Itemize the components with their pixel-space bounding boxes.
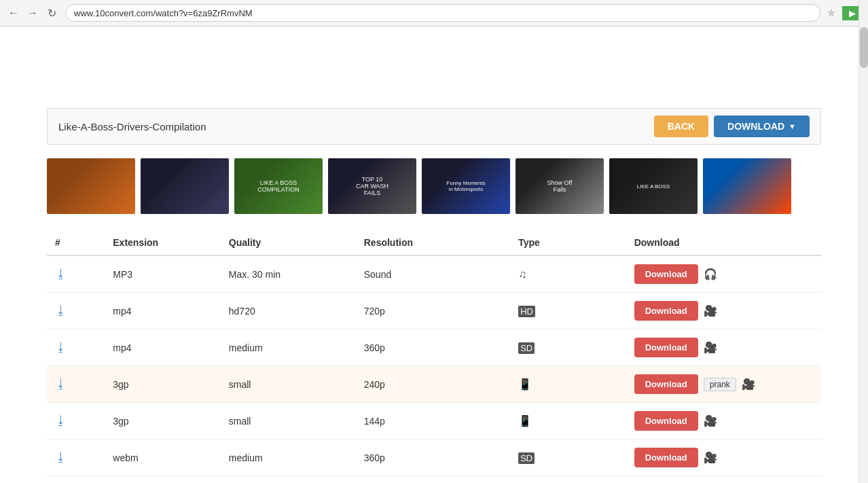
col-resolution: Resolution (356, 230, 510, 255)
type-cell: HD (510, 293, 626, 329)
thumbnail-3-inner: LIKE A BOSSCOMPILATION (234, 158, 323, 214)
type-cell: ♫ (510, 255, 626, 293)
quality-value: small (229, 416, 251, 427)
quality-cell: hd720 (221, 293, 356, 329)
address-bar[interactable] (65, 4, 820, 22)
thumbnail-2[interactable] (141, 158, 229, 214)
col-type: Type (510, 230, 626, 255)
quality-cell: medium (221, 329, 356, 366)
video-camera-icon: 🎥 (704, 304, 717, 317)
mobile-icon: 📱 (518, 415, 532, 427)
download-arrow-icon: ⭳ (55, 414, 67, 427)
download-arrow-icon: ⭳ (55, 377, 67, 391)
row-icon-cell: ⭳ (47, 440, 105, 476)
download-button[interactable]: Download (634, 411, 698, 431)
download-cell: Download 🎧 (626, 255, 821, 293)
scrollbar-track[interactable] (858, 0, 868, 483)
quality-value: small (229, 379, 251, 390)
resolution-value: 144p (364, 416, 385, 427)
dl-cell: Download 🎥 (634, 338, 813, 357)
download-button[interactable]: Download (634, 374, 698, 394)
download-arrow-icon: ⭳ (55, 267, 67, 281)
col-hash: # (47, 230, 105, 255)
quality-cell: medium (221, 440, 356, 476)
thumbnail-7-inner: LIKE A BOSS (609, 158, 698, 214)
resolution-value: 360p (364, 342, 385, 353)
resolution-value: Sound (364, 269, 391, 280)
table-row: ⭳ webm medium 360p SD (47, 440, 821, 476)
resolution-cell: 360p (356, 329, 510, 366)
download-cell: Download 🎥 (626, 293, 821, 329)
reload-button[interactable]: ↻ (43, 5, 60, 21)
row-icon-cell: ⭳ (47, 329, 105, 366)
extension-value: webm (113, 452, 138, 463)
main-container: Like-A-Boss-Drivers-Compilation BACK DOW… (33, 108, 835, 483)
download-button[interactable]: Download (634, 338, 698, 357)
top-bar: Like-A-Boss-Drivers-Compilation BACK DOW… (47, 108, 821, 145)
video-camera-icon: 🎥 (704, 414, 717, 427)
thumbnail-7[interactable]: LIKE A BOSS (609, 158, 698, 214)
video-camera-icon: 🎥 (742, 378, 755, 391)
quality-value: medium (229, 342, 263, 353)
header-row: # Extension Quality Resolution Type Down… (47, 230, 821, 255)
thumbnail-5[interactable]: Funny Momentsin Motorsports (422, 158, 510, 214)
quality-value: Max. 30 min (229, 269, 281, 280)
type-cell: 📱 (510, 366, 626, 403)
col-extension: Extension (105, 230, 221, 255)
extension-cell: MP3 (105, 255, 221, 293)
extension-value: MP3 (113, 269, 132, 280)
thumbnails-row: LIKE A BOSSCOMPILATION TOP 10CAR WASHFAI… (47, 158, 821, 214)
type-cell: 📱 (510, 403, 626, 440)
scrollbar-thumb[interactable] (860, 27, 868, 68)
browser-chrome: ← → ↻ ★ ▶ (0, 0, 868, 26)
table-header: # Extension Quality Resolution Type Down… (47, 230, 821, 255)
col-download: Download (626, 230, 821, 255)
download-button[interactable]: Download (634, 301, 698, 321)
type-cell: SD (510, 440, 626, 476)
extension-cell: mp4 (105, 329, 221, 366)
forward-button[interactable]: → (24, 5, 41, 21)
back-button[interactable]: ← (5, 5, 22, 21)
download-cell: Download prank 🎥 (626, 366, 821, 403)
resolution-cell: 720p (356, 293, 510, 329)
sd-icon: SD (518, 452, 535, 464)
quality-cell: small (221, 366, 356, 403)
hd-icon: HD (518, 306, 535, 317)
dl-cell: Download 🎥 (634, 411, 813, 431)
download-button[interactable]: Download (634, 448, 698, 467)
thumbnail-6[interactable]: Show OffFails (516, 158, 604, 214)
thumbnail-1[interactable] (47, 158, 135, 214)
thumbnail-3[interactable]: LIKE A BOSSCOMPILATION (234, 158, 323, 214)
download-arrow-icon: ⭳ (55, 304, 67, 317)
music-icon: ♫ (518, 268, 526, 280)
download-button[interactable]: Download (634, 264, 698, 284)
back-button[interactable]: BACK (654, 115, 708, 137)
table-row: ⭳ 3gp small 144p 📱 (47, 403, 821, 440)
resolution-cell: 240p (356, 366, 510, 403)
row-icon-cell: ⭳ (47, 293, 105, 329)
row-icon-cell: ⭳ (47, 366, 105, 403)
extension-value: mp4 (113, 342, 131, 353)
resolution-value: 720p (364, 306, 385, 317)
mobile-icon: 📱 (518, 378, 532, 390)
video-title: Like-A-Boss-Drivers-Compilation (58, 121, 206, 132)
table-row: ⭳ MP3 Max. 30 min Sound ♫ (47, 255, 821, 293)
table-body: ⭳ MP3 Max. 30 min Sound ♫ (47, 255, 821, 476)
download-main-button[interactable]: DOWNLOAD (714, 115, 810, 137)
thumbnail-4[interactable]: TOP 10CAR WASHFAILS (328, 158, 416, 214)
dl-cell: Download prank 🎥 (634, 374, 813, 394)
quality-value: hd720 (229, 306, 255, 317)
extension-cell: mp4 (105, 293, 221, 329)
resolution-cell: 360p (356, 440, 510, 476)
bookmark-icon[interactable]: ★ (826, 5, 837, 20)
resolution-cell: Sound (356, 255, 510, 293)
thumbnail-8[interactable] (703, 158, 791, 214)
download-arrow-icon: ⭳ (55, 340, 67, 354)
sd-icon: SD (518, 342, 535, 354)
thumbnail-4-inner: TOP 10CAR WASHFAILS (328, 158, 416, 214)
top-bar-buttons: BACK DOWNLOAD (654, 115, 810, 137)
thumbnail-1-inner (47, 158, 135, 214)
tooltip: prank (704, 378, 736, 391)
col-quality: Quality (221, 230, 356, 255)
video-camera-icon: 🎥 (704, 451, 717, 464)
